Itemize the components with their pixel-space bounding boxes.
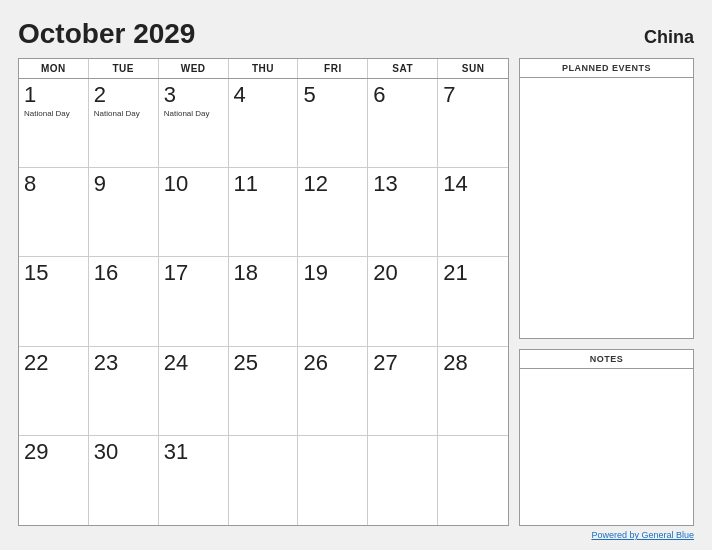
cal-cell: 20 <box>368 257 438 346</box>
cal-cell: 6 <box>368 79 438 168</box>
cal-cell: 30 <box>89 436 159 525</box>
cal-cell: 28 <box>438 347 508 436</box>
main-area: MONTUEWEDTHUFRISATSUN 1National Day2Nati… <box>18 58 694 526</box>
day-header-sun: SUN <box>438 59 508 78</box>
cal-cell: 21 <box>438 257 508 346</box>
day-number: 28 <box>443 351 467 375</box>
day-number: 17 <box>164 261 188 285</box>
day-header-thu: THU <box>229 59 299 78</box>
cal-cell: 18 <box>229 257 299 346</box>
day-number: 5 <box>303 83 315 107</box>
notes-header: NOTES <box>520 350 693 369</box>
cal-cell: 12 <box>298 168 368 257</box>
cal-cell: 11 <box>229 168 299 257</box>
cal-cell: 19 <box>298 257 368 346</box>
day-number: 20 <box>373 261 397 285</box>
planned-events-box: PLANNED EVENTS <box>519 58 694 339</box>
day-number: 1 <box>24 83 36 107</box>
day-number: 19 <box>303 261 327 285</box>
day-number: 22 <box>24 351 48 375</box>
country-title: China <box>644 27 694 48</box>
cal-cell: 8 <box>19 168 89 257</box>
day-header-sat: SAT <box>368 59 438 78</box>
event-label: National Day <box>94 109 140 119</box>
cal-cell: 7 <box>438 79 508 168</box>
day-number: 21 <box>443 261 467 285</box>
cal-cell <box>438 436 508 525</box>
day-number: 10 <box>164 172 188 196</box>
day-number: 26 <box>303 351 327 375</box>
cal-cell: 15 <box>19 257 89 346</box>
day-number: 16 <box>94 261 118 285</box>
cal-cell: 26 <box>298 347 368 436</box>
calendar-grid: 1National Day2National Day3National Day4… <box>19 79 508 525</box>
event-label: National Day <box>24 109 70 119</box>
powered-by-link[interactable]: Powered by General Blue <box>591 530 694 540</box>
day-number: 27 <box>373 351 397 375</box>
cal-cell: 16 <box>89 257 159 346</box>
day-number: 12 <box>303 172 327 196</box>
cal-cell: 2National Day <box>89 79 159 168</box>
cal-cell: 29 <box>19 436 89 525</box>
day-number: 8 <box>24 172 36 196</box>
day-headers: MONTUEWEDTHUFRISATSUN <box>19 59 508 79</box>
day-number: 23 <box>94 351 118 375</box>
day-number: 2 <box>94 83 106 107</box>
planned-events-content <box>520 78 693 338</box>
day-number: 15 <box>24 261 48 285</box>
cal-cell: 17 <box>159 257 229 346</box>
cal-cell: 25 <box>229 347 299 436</box>
planned-events-header: PLANNED EVENTS <box>520 59 693 78</box>
footer: Powered by General Blue <box>18 530 694 540</box>
cal-cell: 5 <box>298 79 368 168</box>
day-number: 14 <box>443 172 467 196</box>
day-header-wed: WED <box>159 59 229 78</box>
day-number: 25 <box>234 351 258 375</box>
day-number: 24 <box>164 351 188 375</box>
day-number: 13 <box>373 172 397 196</box>
cal-cell: 10 <box>159 168 229 257</box>
cal-cell: 31 <box>159 436 229 525</box>
cal-cell <box>229 436 299 525</box>
notes-box: NOTES <box>519 349 694 526</box>
day-number: 3 <box>164 83 176 107</box>
day-number: 6 <box>373 83 385 107</box>
right-section: PLANNED EVENTS NOTES <box>519 58 694 526</box>
cal-cell: 23 <box>89 347 159 436</box>
cal-cell <box>298 436 368 525</box>
cal-cell <box>368 436 438 525</box>
day-number: 18 <box>234 261 258 285</box>
day-header-mon: MON <box>19 59 89 78</box>
cal-cell: 4 <box>229 79 299 168</box>
cal-cell: 9 <box>89 168 159 257</box>
day-header-tue: TUE <box>89 59 159 78</box>
day-number: 31 <box>164 440 188 464</box>
day-number: 11 <box>234 172 258 196</box>
day-number: 9 <box>94 172 106 196</box>
month-title: October 2029 <box>18 18 195 50</box>
cal-cell: 3National Day <box>159 79 229 168</box>
cal-cell: 22 <box>19 347 89 436</box>
day-number: 29 <box>24 440 48 464</box>
cal-cell: 27 <box>368 347 438 436</box>
day-header-fri: FRI <box>298 59 368 78</box>
cal-cell: 14 <box>438 168 508 257</box>
day-number: 7 <box>443 83 455 107</box>
cal-cell: 13 <box>368 168 438 257</box>
cal-cell: 24 <box>159 347 229 436</box>
header: October 2029 China <box>18 18 694 50</box>
cal-cell: 1National Day <box>19 79 89 168</box>
day-number: 4 <box>234 83 246 107</box>
event-label: National Day <box>164 109 210 119</box>
calendar-section: MONTUEWEDTHUFRISATSUN 1National Day2Nati… <box>18 58 509 526</box>
page: October 2029 China MONTUEWEDTHUFRISATSUN… <box>0 0 712 550</box>
day-number: 30 <box>94 440 118 464</box>
notes-content <box>520 369 693 525</box>
